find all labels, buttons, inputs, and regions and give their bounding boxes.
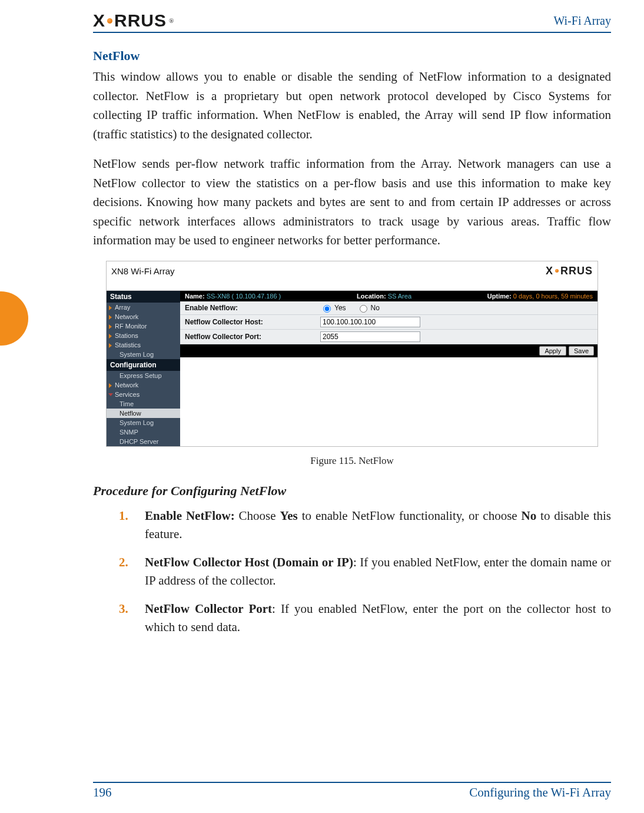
form-row-enable: Enable Netflow: Yes No — [180, 301, 597, 315]
sidebar-item-system-log[interactable]: System Log — [107, 350, 180, 359]
logo-dot-icon — [107, 18, 112, 24]
status-location-label: Location: — [357, 293, 386, 300]
radio-yes-input[interactable] — [323, 305, 331, 313]
radio-no-input[interactable] — [360, 305, 367, 313]
window-titlebar: XN8 Wi-Fi Array XRRUS — [107, 261, 597, 291]
enable-netflow-no-radio[interactable]: No — [357, 303, 380, 313]
step-bold-inline: Yes — [280, 509, 297, 523]
sidebar-header-config: Configuration — [107, 359, 180, 371]
sidebar-item-netflow[interactable]: Netflow — [107, 409, 180, 418]
status-uptime-value: 0 days, 0 hours, 59 minutes — [513, 293, 593, 300]
sidebar-item-express-setup[interactable]: Express Setup — [107, 371, 180, 380]
radio-yes-label: Yes — [334, 304, 346, 312]
form-row-host: Netflow Collector Host: — [180, 315, 597, 330]
status-uptime-label: Uptime: — [487, 293, 512, 300]
figure-screenshot: XN8 Wi-Fi Array XRRUS Status Array Netwo… — [106, 261, 598, 447]
sidebar-item-time[interactable]: Time — [107, 399, 180, 409]
section-title: NetFlow — [93, 48, 611, 64]
sidebar-item-dhcp-server[interactable]: DHCP Server — [107, 437, 180, 446]
form-row-port: Netflow Collector Port: — [180, 330, 597, 344]
save-button[interactable]: Save — [569, 346, 594, 356]
step-bold: NetFlow Collector Host (Domain or IP) — [145, 555, 353, 569]
button-bar: Apply Save — [180, 344, 597, 357]
sidebar-header-status: Status — [107, 291, 180, 303]
page-header: XRRUS® Wi-Fi Array — [93, 11, 611, 33]
page-content: XRRUS® Wi-Fi Array NetFlow This window a… — [93, 0, 611, 813]
body-paragraph: NetFlow sends per-flow network traffic i… — [93, 154, 611, 250]
step-item: NetFlow Collector Port: If you enabled N… — [119, 600, 611, 637]
sidebar-item-rf-monitor[interactable]: RF Monitor — [107, 321, 180, 331]
collector-host-input[interactable] — [320, 317, 420, 327]
step-text: Choose — [239, 509, 280, 523]
status-location-value: SS Area — [388, 293, 411, 300]
collector-port-input[interactable] — [320, 331, 420, 342]
sidebar-item-network[interactable]: Network — [107, 312, 180, 321]
sidebar-item-statistics[interactable]: Statistics — [107, 340, 180, 350]
sidebar-item-array[interactable]: Array — [107, 303, 180, 312]
sidebar-item-stations[interactable]: Stations — [107, 331, 180, 340]
step-bold: Enable NetFlow: — [145, 509, 239, 523]
collector-port-label: Netflow Collector Port: — [185, 333, 320, 341]
sidebar-item-snmp[interactable]: SNMP — [107, 427, 180, 437]
running-head: Wi-Fi Array — [553, 14, 611, 28]
step-text: to enable NetFlow functionality, or choo… — [298, 509, 522, 523]
procedure-steps: Enable NetFlow: Choose Yes to enable Net… — [119, 507, 611, 637]
brand-logo-small: XRRUS — [546, 265, 593, 277]
figure-caption: Figure 115. NetFlow — [93, 455, 611, 467]
window-title: XN8 Wi-Fi Array — [111, 266, 175, 276]
page-number: 196 — [93, 785, 112, 800]
radio-no-label: No — [371, 304, 380, 312]
page-edge-tab — [0, 291, 28, 346]
sidebar-item-system-log-cfg[interactable]: System Log — [107, 418, 180, 427]
enable-netflow-yes-radio[interactable]: Yes — [320, 303, 346, 313]
enable-netflow-label: Enable Netflow: — [185, 304, 320, 312]
page-footer: 196 Configuring the Wi-Fi Array — [93, 782, 611, 800]
footer-title: Configuring the Wi-Fi Array — [469, 785, 611, 800]
step-bold: NetFlow Collector Port — [145, 602, 272, 616]
body-paragraph: This window allows you to enable or disa… — [93, 67, 611, 144]
registered-icon: ® — [169, 17, 174, 24]
procedure-heading: Procedure for Configuring NetFlow — [93, 483, 611, 499]
collector-host-label: Netflow Collector Host: — [185, 318, 320, 326]
brand-logo: XRRUS® — [93, 11, 174, 31]
logo-dot-icon — [555, 269, 559, 273]
step-bold-inline: No — [522, 509, 537, 523]
sidebar-item-network-cfg[interactable]: Network — [107, 380, 180, 390]
status-name-value: SS-XN8 ( 10.100.47.186 ) — [207, 293, 281, 300]
status-bar: Name: SS-XN8 ( 10.100.47.186 ) Location:… — [180, 291, 597, 301]
figure-empty-area — [180, 357, 597, 416]
sidebar-item-services[interactable]: Services — [107, 390, 180, 399]
apply-button[interactable]: Apply — [539, 346, 566, 356]
step-item: NetFlow Collector Host (Domain or IP): I… — [119, 553, 611, 590]
step-item: Enable NetFlow: Choose Yes to enable Net… — [119, 507, 611, 544]
sidebar-nav: Status Array Network RF Monitor Stations… — [107, 291, 180, 446]
status-name-label: Name: — [185, 293, 205, 300]
